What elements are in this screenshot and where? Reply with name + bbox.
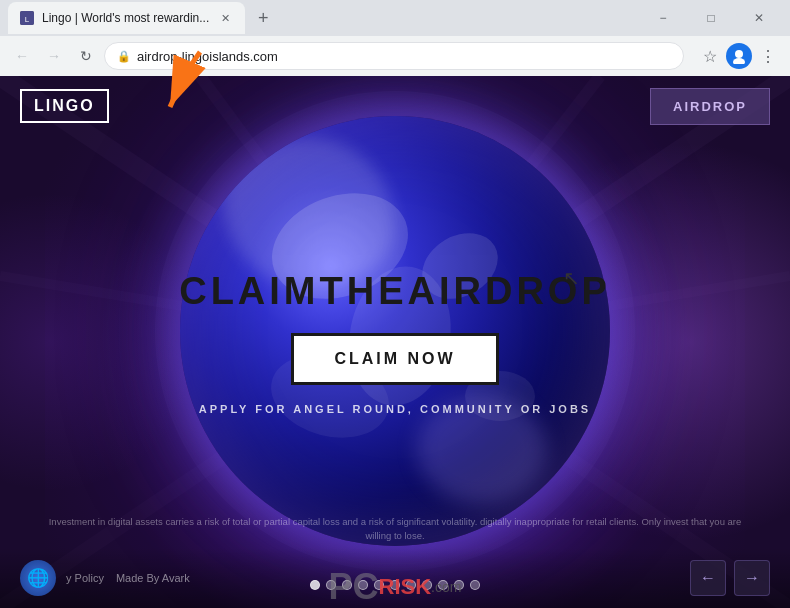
website-content: LINGO AIRDROP CLAIMTHEAIRDROP CLAIM NOW … — [0, 76, 790, 608]
privacy-policy-link[interactable]: y Policy — [66, 572, 104, 584]
tab-bar: L Lingo | World's most rewardin... ✕ + −… — [0, 0, 790, 36]
user-avatar[interactable] — [726, 43, 752, 69]
footer-avatar: 🌐 — [20, 560, 56, 596]
footer-nav: ← → — [690, 560, 770, 596]
page-dot-8[interactable] — [422, 580, 432, 590]
maximize-button[interactable]: □ — [688, 0, 734, 36]
subtitle: APPLY FOR ANGEL ROUND, COMMUNITY OR JOBS — [199, 403, 591, 415]
next-button[interactable]: → — [734, 560, 770, 596]
window-controls: − □ ✕ — [640, 0, 782, 36]
active-tab[interactable]: L Lingo | World's most rewardin... ✕ — [8, 2, 245, 34]
page-dot-6[interactable] — [390, 580, 400, 590]
page-dot-7[interactable] — [406, 580, 416, 590]
page-dot-5[interactable] — [374, 580, 384, 590]
url-text: airdrop-lingoislands.com — [137, 49, 278, 64]
page-dot-4[interactable] — [358, 580, 368, 590]
page-dot-3[interactable] — [342, 580, 352, 590]
footer-pagination — [310, 580, 480, 590]
disclaimer-text: Investment in digital assets carries a r… — [0, 515, 790, 544]
main-title: CLAIMTHEAIRDROP — [179, 270, 611, 313]
address-bar-container: ← → ↻ 🔒 airdrop-lingoislands.com ☆ ⋮ — [0, 36, 790, 76]
tab-title: Lingo | World's most rewardin... — [42, 11, 209, 25]
claim-now-button[interactable]: CLAIM NOW — [291, 333, 498, 385]
page-dot-9[interactable] — [438, 580, 448, 590]
site-header: LINGO AIRDROP — [0, 76, 790, 136]
address-input[interactable]: 🔒 airdrop-lingoislands.com — [104, 42, 684, 70]
tab-favicon-icon: L — [20, 11, 34, 25]
security-icon: 🔒 — [117, 50, 131, 63]
airdrop-nav-button[interactable]: AIRDROP — [650, 88, 770, 125]
svg-text:L: L — [25, 15, 30, 24]
new-tab-button[interactable]: + — [249, 4, 277, 32]
page-dot-10[interactable] — [454, 580, 464, 590]
refresh-button[interactable]: ↻ — [72, 42, 100, 70]
svg-point-3 — [733, 58, 745, 64]
footer-links: y Policy Made By Avark — [66, 572, 190, 584]
page-dot-2[interactable] — [326, 580, 336, 590]
close-button[interactable]: ✕ — [736, 0, 782, 36]
made-by-link[interactable]: Made By Avark — [116, 572, 190, 584]
browser-window: L Lingo | World's most rewardin... ✕ + −… — [0, 0, 790, 76]
menu-button[interactable]: ⋮ — [754, 42, 782, 70]
site-footer: 🌐 y Policy Made By Avark ← → — [0, 548, 790, 608]
page-dot-1[interactable] — [310, 580, 320, 590]
prev-button[interactable]: ← — [690, 560, 726, 596]
tab-close-button[interactable]: ✕ — [217, 10, 233, 26]
bookmark-button[interactable]: ☆ — [696, 42, 724, 70]
svg-point-2 — [735, 50, 743, 58]
page-dot-11[interactable] — [470, 580, 480, 590]
minimize-button[interactable]: − — [640, 0, 686, 36]
toolbar-right: ☆ ⋮ — [696, 42, 782, 70]
forward-button[interactable]: → — [40, 42, 68, 70]
back-button[interactable]: ← — [8, 42, 36, 70]
logo[interactable]: LINGO — [20, 89, 109, 123]
